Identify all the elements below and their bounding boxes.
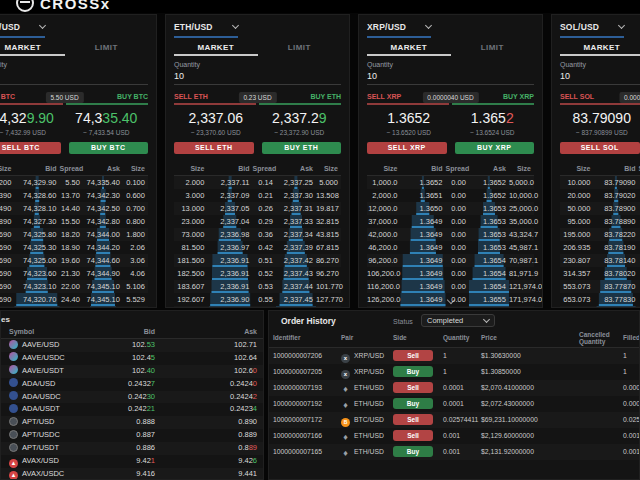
order-book-row[interactable]: 29.69074,320.5024.8074,345.306.529 xyxy=(0,306,148,308)
order-book-row[interactable]: 9.69074,323.1022.0074,345.105.106 xyxy=(0,280,148,293)
tab-limit[interactable]: LIMIT xyxy=(65,43,149,56)
buy-price-value-main: 74,3 xyxy=(75,110,102,126)
tab-limit[interactable]: LIMIT xyxy=(451,43,535,56)
order-book-row[interactable]: 193.6072,336.900.592,337.49187.770 xyxy=(174,306,341,308)
oh-pair-cell: BBTC/USD xyxy=(341,412,393,428)
order-book-row[interactable]: 230.80783.78140 xyxy=(560,254,640,267)
order-history-row[interactable]: 1000000007192♦ETH/USDBuy0.0001$2,072.430… xyxy=(269,396,639,412)
quantity-input[interactable]: 10 xyxy=(560,71,640,85)
buy-button[interactable]: BUY BTC xyxy=(69,142,149,154)
book-cell-spread: 0.00 xyxy=(445,176,468,189)
order-book-row[interactable]: 81.5002,336.970.422,337.3967.815 xyxy=(174,241,341,254)
order-book-row[interactable]: 8.69074,323.6021.3074,344.904.06 xyxy=(0,267,148,280)
order-book-row[interactable]: 206.93583.78190 xyxy=(560,241,640,254)
pair-select[interactable]: XRP/USD xyxy=(367,19,431,38)
quantity-input[interactable]: 10 xyxy=(174,71,341,85)
tab-market[interactable]: MARKET xyxy=(0,43,65,56)
order-book-row[interactable]: 116,200.01.36490.001.3654121,974.0 xyxy=(367,280,534,293)
watchlist-row[interactable]: ADA/USDC0.242300.24242 xyxy=(1,391,263,404)
order-book-row[interactable]: 46,200.01.36490.001.365345,987.1 xyxy=(367,241,534,254)
tab-limit[interactable]: LIMIT xyxy=(258,43,342,56)
book-cell-ask: 1.3654 xyxy=(469,267,509,280)
watchlist-row[interactable]: APT/USDT0.8860.889 xyxy=(1,442,263,455)
order-book-row[interactable]: 853.07383.77750 xyxy=(560,306,640,308)
order-book-row[interactable]: 653.07383.77830 xyxy=(560,293,640,306)
order-book-row[interactable]: 2,000.01.36510.001.365210,000.0 xyxy=(367,189,534,202)
order-book-row[interactable]: 2.0002,337.110.142,337.255.000 xyxy=(174,176,341,189)
order-book-row[interactable]: 195.00083.78220 xyxy=(560,228,640,241)
order-book-row[interactable]: 50.00083.78900 xyxy=(560,202,640,215)
order-book-row[interactable]: 95.00083.78890 xyxy=(560,215,640,228)
order-book-row[interactable]: 183.6072,336.910.532,337.44101.770 xyxy=(174,280,341,293)
order-book-row[interactable]: 23.0002,337.040.292,337.3332.815 xyxy=(174,215,341,228)
order-book-row[interactable]: 37,000.01.36490.001.365335,000.0 xyxy=(367,215,534,228)
order-book-row[interactable]: 181.5002,336.910.512,337.4286.270 xyxy=(174,254,341,267)
order-book-row[interactable]: 10.00083.79090 xyxy=(560,176,640,189)
tab-market[interactable]: MARKET xyxy=(367,43,451,56)
pair-select[interactable]: ETH/USD xyxy=(174,19,238,38)
watchlist-row[interactable]: AAVE/USD102.53102.71 xyxy=(1,339,263,352)
watchlist-row[interactable]: ADA/USDT0.242210.24234 xyxy=(1,403,263,416)
order-history-row[interactable]: 1000000007166♦ETH/USDSell0.001$2,129.600… xyxy=(269,428,639,444)
watchlist-row[interactable]: AAVE/USDC102.45102.64 xyxy=(1,352,263,365)
order-book-row[interactable]: 0.20074,329.905.5074,335.400.100 xyxy=(0,176,148,189)
order-book-row[interactable]: 3.69074,325.0019.6074,344.603.06 xyxy=(0,254,148,267)
pair-select[interactable]: BTC/USD xyxy=(0,19,45,38)
ask-value-accent: 6 xyxy=(253,456,257,465)
order-book-row[interactable]: 136,200.01.36490.001.3655173,706.6 xyxy=(367,306,534,308)
order-history-row[interactable]: 1000000007206xXRP/USDSell1$1.306300001$1… xyxy=(269,348,639,364)
status-filter-value: Completed xyxy=(427,316,463,325)
order-history-row[interactable]: 1000000007205xXRP/USDBuy1$1.308500001$1.… xyxy=(269,364,639,380)
watchlist-row[interactable]: ADA/USD0.243270.24240 xyxy=(1,378,263,391)
pair-select[interactable]: SOL/USD xyxy=(560,19,624,38)
watchlist-row[interactable]: AAVE/USDT102.40102.60 xyxy=(1,365,263,378)
tab-market[interactable]: MARKET xyxy=(174,43,258,56)
order-book-row[interactable]: 0.49074,328.1014.4074,342.500.700 xyxy=(0,202,148,215)
quantity-input[interactable]: 0.1 xyxy=(0,71,148,85)
watchlist-row[interactable]: APT/USD0.8880.890 xyxy=(1,416,263,429)
quantity-input[interactable]: 10 xyxy=(367,71,534,85)
order-book-row[interactable]: 2.69074,325.3018.9074,344.202.06 xyxy=(0,241,148,254)
order-book-row[interactable]: 13.0002,337.050.262,337.3119.817 xyxy=(174,202,341,215)
watchlist-row[interactable]: ▲AVAX/USDC9.4169.441 xyxy=(1,468,263,480)
order-book-row[interactable]: 1,000.01.36520.001.36525,000.0 xyxy=(367,176,534,189)
sell-button[interactable]: SELL SOL xyxy=(560,142,640,154)
buy-button[interactable]: BUY XRP xyxy=(455,142,535,154)
order-history-row[interactable]: 1000000007193♦ETH/USDSell0.0001$2,070.41… xyxy=(269,380,639,396)
order-book-row[interactable]: 1.69074,325.8018.2074,344.001.800 xyxy=(0,228,148,241)
order-book-row[interactable]: 20.00083.79020 xyxy=(560,189,640,202)
order-buttons: SELL ETHBUY ETH xyxy=(174,142,341,154)
market-panel-xrp: XRP/USDMARKETLIMITQuantity10SELL XRPBUY … xyxy=(358,14,543,308)
status-filter-select[interactable]: Completed xyxy=(421,314,495,327)
sell-button[interactable]: SELL ETH xyxy=(174,142,254,154)
book-header-size-bid: Size xyxy=(174,163,207,175)
order-history-row[interactable]: 1000000007172BBTC/USDSell0.02574411$69,2… xyxy=(269,412,639,428)
order-book-row[interactable]: 182.5002,336.910.522,337.4396.270 xyxy=(174,267,341,280)
order-book-row[interactable]: 106,200.01.36490.001.365481,971.9 xyxy=(367,267,534,280)
bid-value: 9.421 xyxy=(136,456,155,465)
order-book-row[interactable]: 73.0002,336.980.362,337.3443.815 xyxy=(174,228,341,241)
order-book-row[interactable]: 0.39074,328.6013.7074,342.300.600 xyxy=(0,189,148,202)
watchlist-row[interactable]: ▲AVAX/USD9.4219.426 xyxy=(1,455,263,468)
book-cell-size-ask: 45,987.1 xyxy=(509,241,534,254)
tab-market[interactable]: MARKET xyxy=(560,43,640,56)
sell-button[interactable]: SELL XRP xyxy=(367,142,447,154)
watchlist-ask: 9.441 xyxy=(155,468,257,480)
order-book-row[interactable]: 3.0002,337.090.212,337.3013.508 xyxy=(174,189,341,202)
order-history-row[interactable]: 1000000007165♦ETH/USDBuy0.001$2,131.9200… xyxy=(269,444,639,460)
order-book-row[interactable]: 314.35783.78020 xyxy=(560,267,640,280)
watchlist-row[interactable]: APT/USDC0.8870.889 xyxy=(1,429,263,442)
buy-button[interactable]: BUY ETH xyxy=(262,142,342,154)
book-cell-size-bid: 50.000 xyxy=(560,202,593,215)
order-book-row[interactable]: 553.07383.77870 xyxy=(560,280,640,293)
order-book-row[interactable]: 42,000.01.36490.001.365343,324.7 xyxy=(367,228,534,241)
order-book-row[interactable]: 96,200.01.36490.001.365470,987.1 xyxy=(367,254,534,267)
order-book-row[interactable]: 26.69074,320.7024.4074,345.105.529 xyxy=(0,293,148,306)
order-book-row[interactable]: 192.6072,336.900.552,337.45127.770 xyxy=(174,293,341,306)
order-book-row[interactable]: 0.89074,327.3015.5074,342.800.800 xyxy=(0,215,148,228)
book-header-bid: Bid xyxy=(593,163,638,175)
book-cell-size-bid: 13.000 xyxy=(174,202,207,215)
sell-button[interactable]: SELL BTC xyxy=(0,142,61,154)
book-cell-ask: 2,337.44 xyxy=(276,280,316,293)
order-book-row[interactable]: 12,000.01.36500.001.365325,000.0 xyxy=(367,202,534,215)
